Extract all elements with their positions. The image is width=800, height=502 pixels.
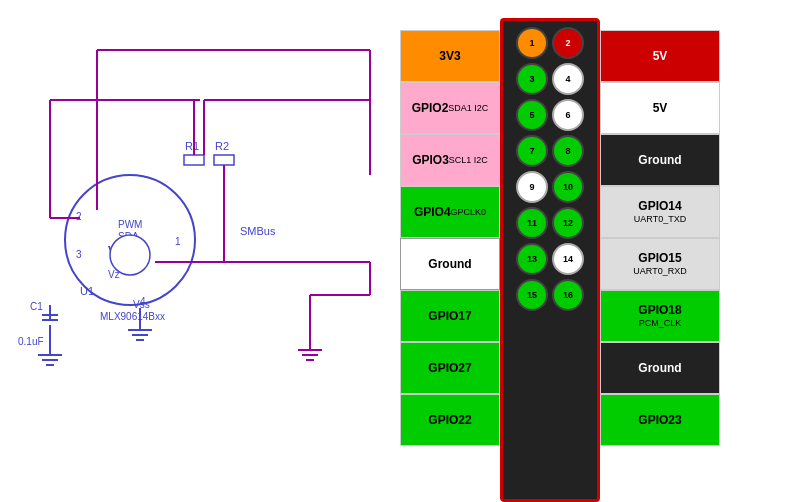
- pin-9: 9: [516, 171, 548, 203]
- pin-label-ground-right-1: Ground: [600, 134, 720, 186]
- svg-text:Vss: Vss: [133, 299, 150, 310]
- svg-rect-15: [184, 155, 204, 165]
- pin-label-gpio18: GPIO18 PCM_CLK: [600, 290, 720, 342]
- pin-label-gpio4: GPIO4 GPCLK0: [400, 186, 500, 238]
- pin-11: 11: [516, 207, 548, 239]
- svg-rect-0: [0, 0, 400, 502]
- pin-16: 16: [552, 279, 584, 311]
- pin-label-ground-right-2: Ground: [600, 342, 720, 394]
- left-pin-labels: 3V3 GPIO2 SDA1 I2C GPIO3 SCL1 I2C GPIO4 …: [400, 0, 500, 502]
- pin-label-gpio23: GPIO23: [600, 394, 720, 446]
- right-pin-labels: 5V 5V Ground GPIO14 UART0_TXD GPIO15 UAR…: [600, 0, 720, 502]
- pin-row-6: 11 12: [516, 207, 584, 239]
- svg-rect-17: [214, 155, 234, 165]
- pin-label-5v-1: 5V: [600, 30, 720, 82]
- svg-text:MLX90614Bxx: MLX90614Bxx: [100, 311, 165, 322]
- pin-8: 8: [552, 135, 584, 167]
- svg-text:0.1uF: 0.1uF: [18, 336, 44, 347]
- gpio-connector: 1 2 3 4 5 6 7 8 9 10 11 12 13 14: [500, 18, 600, 502]
- pin-15: 15: [516, 279, 548, 311]
- pin-row-3: 5 6: [516, 99, 584, 131]
- pin-label-ground1: Ground: [400, 238, 500, 290]
- svg-point-13: [110, 235, 150, 275]
- pin-3: 3: [516, 63, 548, 95]
- svg-text:PWM: PWM: [118, 219, 142, 230]
- pin-label-gpio2: GPIO2 SDA1 I2C: [400, 82, 500, 134]
- pin-label-gpio15: GPIO15 UART0_RXD: [600, 238, 720, 290]
- schematic-area: PWM SDA Vdd SCL Vz 2 3 1 4 U1 MLX90614Bx…: [0, 0, 400, 502]
- pin-row-2: 3 4: [516, 63, 584, 95]
- pin-label-gpio17: GPIO17: [400, 290, 500, 342]
- svg-text:3: 3: [76, 249, 82, 260]
- pin-label-5v-2: 5V: [600, 82, 720, 134]
- pin-10: 10: [552, 171, 584, 203]
- main-container: PWM SDA Vdd SCL Vz 2 3 1 4 U1 MLX90614Bx…: [0, 0, 800, 502]
- pin-14: 14: [552, 243, 584, 275]
- svg-text:R2: R2: [215, 140, 229, 152]
- pin-row-7: 13 14: [516, 243, 584, 275]
- pin-row-5: 9 10: [516, 171, 584, 203]
- pin-label-gpio22: GPIO22: [400, 394, 500, 446]
- svg-text:C1: C1: [30, 301, 43, 312]
- pin-12: 12: [552, 207, 584, 239]
- svg-text:R1: R1: [185, 140, 199, 152]
- svg-text:U1: U1: [80, 285, 94, 297]
- pin-13: 13: [516, 243, 548, 275]
- pin-2: 2: [552, 27, 584, 59]
- pin-row-8: 15 16: [516, 279, 584, 311]
- svg-text:2: 2: [76, 211, 82, 222]
- pin-label-gpio14: GPIO14 UART0_TXD: [600, 186, 720, 238]
- svg-text:SMBus: SMBus: [240, 225, 276, 237]
- pin-label-3v3: 3V3: [400, 30, 500, 82]
- pin-4: 4: [552, 63, 584, 95]
- pin-6: 6: [552, 99, 584, 131]
- pin-7: 7: [516, 135, 548, 167]
- pin-label-gpio3: GPIO3 SCL1 I2C: [400, 134, 500, 186]
- pin-label-gpio27: GPIO27: [400, 342, 500, 394]
- pin-row-4: 7 8: [516, 135, 584, 167]
- svg-text:1: 1: [175, 236, 181, 247]
- pin-5: 5: [516, 99, 548, 131]
- pin-1: 1: [516, 27, 548, 59]
- pin-row-1: 1 2: [516, 27, 584, 59]
